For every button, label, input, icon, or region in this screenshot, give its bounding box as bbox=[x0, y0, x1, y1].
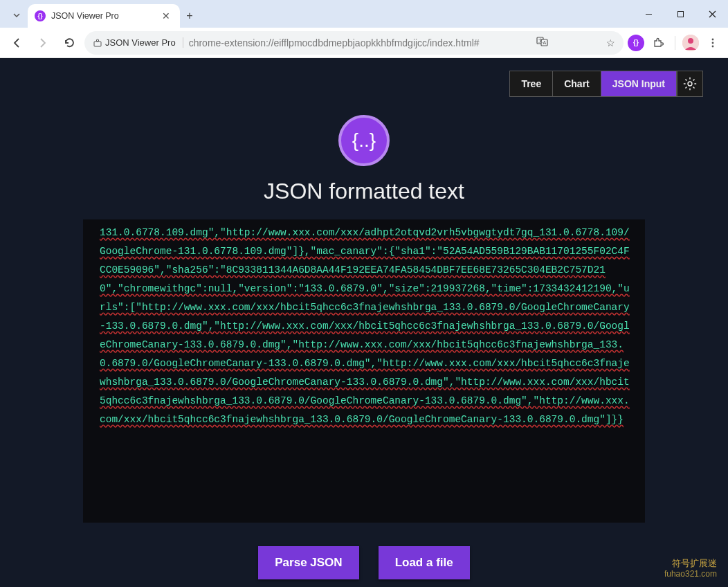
parse-json-button[interactable]: Parse JSON bbox=[258, 546, 358, 579]
profile-avatar[interactable] bbox=[682, 35, 699, 51]
svg-text:A: A bbox=[543, 40, 547, 45]
svg-rect-1 bbox=[677, 11, 683, 17]
translate-icon[interactable]: 文A bbox=[535, 34, 550, 51]
watermark-line1: 符号扩展迷 bbox=[664, 558, 717, 569]
new-tab-button[interactable]: + bbox=[180, 4, 199, 28]
reload-button[interactable] bbox=[58, 32, 80, 54]
extensions-icon[interactable] bbox=[648, 33, 668, 53]
svg-point-14 bbox=[712, 45, 714, 47]
action-buttons: Parse JSON Load a file bbox=[0, 546, 728, 579]
watermark: 符号扩展迷 fuhao321.com bbox=[664, 558, 717, 579]
extension-icon bbox=[93, 38, 102, 48]
svg-rect-4 bbox=[94, 42, 101, 46]
menu-icon[interactable] bbox=[703, 33, 722, 53]
close-icon[interactable]: ✕ bbox=[159, 9, 173, 23]
tab-title: JSON Viewer Pro bbox=[51, 11, 154, 21]
forward-button bbox=[32, 32, 54, 54]
tab-favicon: {} bbox=[35, 10, 46, 21]
tab-chart[interactable]: Chart bbox=[553, 71, 601, 96]
browser-tab[interactable]: {} JSON Viewer Pro ✕ bbox=[28, 4, 180, 28]
extension-name: JSON Viewer Pro bbox=[105, 37, 176, 48]
bookmark-icon[interactable]: ☆ bbox=[606, 37, 615, 48]
close-window-button[interactable] bbox=[696, 0, 728, 28]
view-tabs: Tree Chart JSON Input bbox=[509, 71, 677, 97]
svg-point-13 bbox=[712, 42, 714, 44]
minimize-button[interactable] bbox=[633, 0, 664, 28]
json-viewer-ext-icon[interactable]: {} bbox=[628, 35, 644, 51]
browser-titlebar: {} JSON Viewer Pro ✕ + bbox=[0, 0, 728, 28]
browser-toolbar: JSON Viewer Pro chrome-extension://eiffl… bbox=[0, 28, 728, 58]
address-bar[interactable]: JSON Viewer Pro chrome-extension://eiffl… bbox=[84, 31, 624, 55]
tab-json-input[interactable]: JSON Input bbox=[601, 71, 676, 96]
watermark-line2: fuhao321.com bbox=[664, 569, 717, 579]
page-title: JSON formatted text bbox=[0, 179, 728, 204]
svg-rect-5 bbox=[97, 39, 99, 42]
main-content: {..} JSON formatted text Parse JSON Load… bbox=[0, 58, 728, 579]
json-input-textarea[interactable] bbox=[83, 219, 645, 523]
tab-tree[interactable]: Tree bbox=[510, 71, 553, 96]
back-button[interactable] bbox=[6, 32, 28, 54]
app-logo: {..} bbox=[338, 115, 390, 166]
maximize-button[interactable] bbox=[664, 0, 696, 28]
window-controls bbox=[633, 0, 728, 28]
svg-point-11 bbox=[688, 38, 693, 44]
settings-button[interactable] bbox=[677, 71, 703, 97]
tab-search-icon[interactable] bbox=[7, 6, 26, 25]
gear-icon bbox=[682, 76, 698, 91]
svg-point-12 bbox=[712, 38, 714, 40]
toolbar-divider bbox=[675, 36, 675, 50]
svg-point-15 bbox=[688, 82, 692, 86]
app-page: Tree Chart JSON Input {..} JSON formatte… bbox=[0, 58, 728, 587]
load-file-button[interactable]: Load a file bbox=[379, 546, 470, 579]
extension-chip[interactable]: JSON Viewer Pro bbox=[93, 37, 183, 48]
url-text: chrome-extension://eifflpmocdbdmepbjaopk… bbox=[189, 37, 480, 48]
